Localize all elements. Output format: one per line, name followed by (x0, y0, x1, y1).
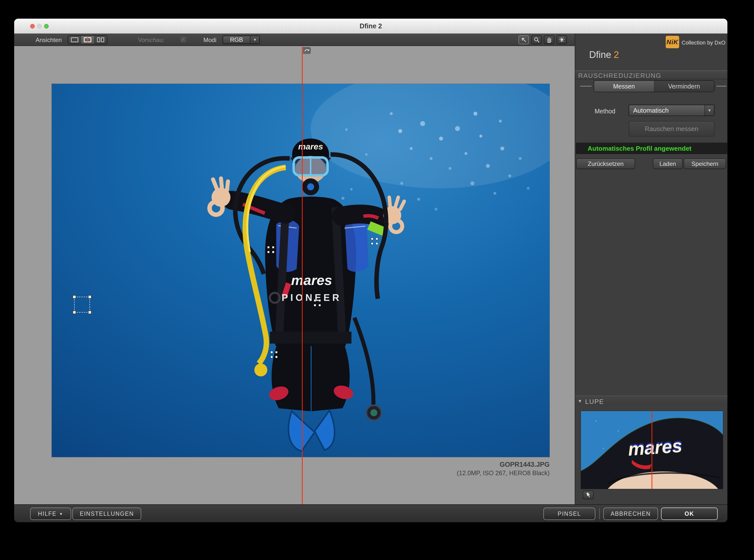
bottom-bar: HILFE ▼ EINSTELLUNGEN PINSEL ABBRECHEN O… (14, 504, 728, 522)
views-label: Ansichten (36, 37, 62, 43)
panel-app-title: Dfine2 (589, 49, 619, 60)
lightbulb-icon (558, 36, 566, 43)
status-bar: Automatisches Profil angewendet (576, 142, 727, 154)
ok-button[interactable]: OK (661, 507, 718, 520)
mode-select[interactable]: RGB ▼ (222, 36, 260, 44)
toolbar: Ansichten Vorschau: ✓ Modi RGB ▼ (14, 34, 575, 46)
background-light-tool-button[interactable] (557, 35, 567, 44)
preview-label: Vorschau: (138, 37, 165, 43)
window-title: Dfine 2 (14, 22, 728, 30)
section-title: RAUSCHREDUZIERUNG (578, 72, 661, 80)
nik-logo: NiK (666, 36, 679, 48)
view-single-button[interactable] (68, 36, 81, 44)
divider (580, 86, 592, 86)
measure-reduce-tabs: Messen Vermindern (594, 80, 714, 92)
view-mode-group (68, 35, 107, 44)
mode-value: RGB (223, 36, 250, 43)
settings-button[interactable]: EINSTELLUNGEN (72, 507, 141, 520)
preview-checkbox[interactable]: ✓ (181, 37, 186, 42)
pushpin-icon (586, 492, 591, 498)
split-preview-line[interactable] (302, 46, 303, 504)
measure-marker[interactable] (314, 299, 321, 306)
collapse-triangle-icon: ▼ (578, 399, 582, 404)
measure-selection-rect[interactable] (74, 297, 90, 313)
collection-by-dxo-label: Collection by DxO (682, 40, 726, 46)
lupe-title: LUPE (585, 398, 604, 405)
magnifier-icon (533, 36, 540, 43)
cancel-button[interactable]: ABBRECHEN (603, 507, 658, 520)
resize-grip[interactable] (719, 514, 726, 521)
pan-tool-button[interactable] (544, 35, 554, 44)
split-view-icon (84, 37, 91, 42)
image-filename: GOPR1443.JPG (313, 461, 550, 468)
curved-arrow-icon (304, 48, 310, 53)
chest-model-text: PIONEER (281, 293, 341, 303)
help-button[interactable]: HILFE ▼ (30, 507, 71, 520)
method-value: Automatisch (629, 105, 705, 116)
hand-icon (545, 36, 553, 43)
chevron-down-icon: ▼ (250, 36, 259, 43)
status-message: Automatisches Profil angewendet (588, 145, 692, 153)
app-name: Dfine (589, 49, 611, 60)
image-metadata: (12.0MP, ISO 267, HERO8 Black) (313, 469, 550, 477)
split-line-handle[interactable] (303, 47, 311, 54)
divider (716, 86, 727, 86)
chest-logo-text: mares (291, 272, 332, 288)
screenshot-stage: Dfine 2 Ansichten Vorschau: ✓ Modi RGB (0, 0, 754, 560)
brush-button[interactable]: PINSEL (543, 507, 595, 520)
lupe-preview[interactable]: mares mares (581, 411, 723, 489)
control-panel: NiK Collection by DxO Dfine2 RAUSCHREDUZ… (575, 34, 728, 504)
section-header-noise-reduction: RAUSCHREDUZIERUNG (575, 71, 728, 79)
measure-marker[interactable] (371, 238, 378, 245)
cursor-arrow-icon (520, 36, 527, 43)
app-version: 2 (614, 49, 619, 60)
save-button[interactable]: Speichern (683, 158, 726, 169)
view-split-button[interactable] (81, 36, 94, 44)
measure-noise-button[interactable]: Rauschen messen (629, 121, 714, 137)
method-label: Method (595, 108, 615, 115)
divider (599, 508, 600, 519)
photo-scuba-diver[interactable]: mares mares PIONEER (52, 84, 550, 457)
lupe-split-line (652, 411, 652, 489)
measure-marker[interactable] (267, 246, 274, 253)
dfine2-window: Dfine 2 Ansichten Vorschau: ✓ Modi RGB (14, 19, 728, 522)
chevron-down-icon: ▼ (705, 105, 714, 116)
tab-messen[interactable]: Messen (594, 81, 654, 92)
title-bar: Dfine 2 (14, 19, 728, 34)
lupe-logo-text: mares (628, 435, 683, 460)
mode-label: Modi (203, 37, 216, 43)
lupe-image: mares mares (581, 411, 723, 489)
single-view-icon (71, 37, 78, 42)
image-caption: GOPR1443.JPG (12.0MP, ISO 267, HERO8 Bla… (313, 461, 550, 477)
select-tool-button[interactable] (518, 35, 529, 44)
lupe-pin-button[interactable] (583, 491, 594, 499)
help-button-label: HILFE (38, 511, 57, 517)
method-select[interactable]: Automatisch ▼ (629, 105, 714, 116)
measure-marker[interactable] (271, 351, 278, 358)
tab-vermindern[interactable]: Vermindern (654, 81, 714, 92)
reset-button[interactable]: Zurücksetzen (576, 158, 635, 169)
canvas-column: Ansichten Vorschau: ✓ Modi RGB ▼ (14, 34, 575, 504)
lupe-section-header[interactable]: ▼ LUPE (575, 396, 728, 405)
chevron-down-icon: ▼ (59, 512, 63, 516)
load-button[interactable]: Laden (653, 158, 682, 169)
image-canvas[interactable]: mares mares PIONEER (14, 46, 575, 504)
side-by-side-view-icon (97, 37, 104, 42)
view-sidebyside-button[interactable] (94, 36, 107, 44)
zoom-tool-button[interactable] (532, 35, 542, 44)
